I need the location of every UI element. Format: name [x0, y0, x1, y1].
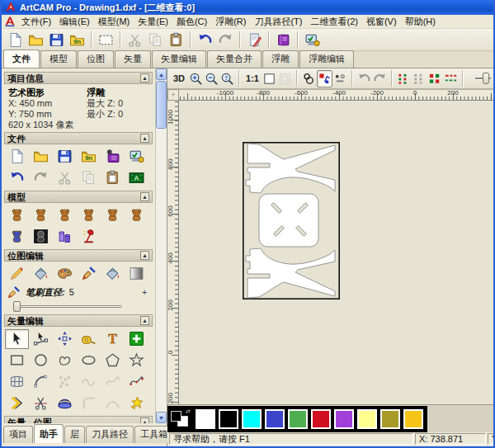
new-model[interactable]	[5, 30, 26, 50]
new-model[interactable]	[5, 147, 29, 167]
lighting[interactable]	[77, 227, 101, 247]
view-3d[interactable]: 3D	[170, 70, 188, 87]
node-editing[interactable]	[29, 329, 53, 349]
preview-relief[interactable]	[332, 70, 348, 87]
section-header-bitmap-edit[interactable]: 位图编辑 ▲	[4, 249, 153, 262]
collapse-icon[interactable]: ▲	[140, 251, 149, 260]
color-swatch-5[interactable]	[311, 409, 331, 429]
tab-浮雕编辑[interactable]: 浮雕编辑	[299, 50, 354, 68]
reference-help[interactable]	[273, 30, 294, 50]
section-header-file[interactable]: 文件 ▲	[4, 132, 153, 144]
select-vectors[interactable]	[5, 329, 29, 349]
slider-thumb[interactable]	[483, 73, 489, 84]
swap-relief-layers[interactable]	[53, 227, 77, 247]
color-swatch-1[interactable]	[219, 409, 238, 429]
brush-diameter-slider[interactable]	[10, 300, 147, 312]
tab-矢量合并[interactable]: 矢量合并	[207, 50, 262, 68]
paste[interactable]	[166, 30, 186, 50]
rotate-model[interactable]	[77, 205, 101, 225]
create-star[interactable]	[125, 351, 148, 370]
options[interactable]	[125, 147, 148, 167]
save-model[interactable]	[46, 30, 67, 50]
leg-profile-top[interactable]	[246, 144, 335, 193]
artcam-wizard[interactable]	[101, 147, 125, 167]
paste[interactable]	[101, 168, 125, 188]
tab-矢量编辑[interactable]: 矢量编辑	[152, 50, 206, 68]
primary-color[interactable]	[171, 411, 182, 422]
tab-模型[interactable]: 模型	[40, 50, 77, 68]
menu-item-0[interactable]: 文件(F)	[17, 15, 55, 29]
wrap-model[interactable]	[125, 205, 148, 225]
drawing-canvas[interactable]	[179, 101, 493, 404]
node-snap-d[interactable]	[443, 70, 459, 87]
color-swatch-9[interactable]	[403, 409, 423, 429]
open-model[interactable]	[26, 30, 46, 50]
menu-item-3[interactable]: 矢量(E)	[134, 15, 172, 29]
leg-profile-bottom[interactable]	[246, 248, 335, 298]
table-top-panel[interactable]	[259, 194, 318, 247]
draw-pencil[interactable]	[5, 264, 29, 284]
create-freehand[interactable]	[53, 351, 77, 370]
node-snap-c[interactable]	[427, 70, 443, 87]
document-icon[interactable]	[4, 16, 16, 27]
menu-item-4[interactable]: 颜色(C)	[172, 15, 211, 29]
tab-文件[interactable]: 文件	[3, 50, 40, 68]
section-header-vector-bitmap[interactable]: 矢量 - 位图 ▲	[4, 416, 153, 423]
offset-model[interactable]	[5, 227, 29, 247]
tab-浮雕[interactable]: 浮雕	[262, 50, 299, 68]
node-snap-a[interactable]	[396, 70, 412, 87]
zoom-out[interactable]	[204, 70, 219, 87]
collapse-icon[interactable]: ▲	[140, 417, 149, 423]
zoom-objects[interactable]	[219, 70, 235, 87]
menu-item-1[interactable]: 编辑(E)	[55, 15, 94, 29]
color-swatch-8[interactable]	[380, 409, 400, 429]
toggle-vectors[interactable]	[317, 70, 332, 87]
set-model-origin[interactable]	[29, 205, 53, 225]
open-model[interactable]	[29, 147, 53, 167]
tab-位图[interactable]: 位图	[78, 50, 114, 68]
greyscale-model[interactable]	[29, 227, 53, 247]
create-polygon[interactable]	[101, 351, 125, 370]
slider-thumb[interactable]	[13, 301, 21, 312]
tab-助手[interactable]: 助手	[34, 424, 64, 443]
mirror-model[interactable]	[53, 205, 77, 225]
scroll-down-icon[interactable]: ▼	[156, 412, 167, 423]
section-header-vector-edit[interactable]: 矢量编辑 ▲	[4, 314, 153, 327]
section-header-project-info[interactable]: 项目信息 ▲	[4, 72, 153, 84]
colour-palette[interactable]	[53, 264, 77, 284]
collapse-icon[interactable]: ▲	[140, 192, 149, 201]
menu-item-8[interactable]: 视窗(V)	[362, 15, 401, 29]
toggle-frame[interactable]	[262, 70, 277, 87]
scrollbar-thumb[interactable]	[156, 81, 167, 129]
create-text-abc[interactable]	[125, 168, 148, 188]
color-swatch-7[interactable]	[357, 409, 377, 429]
import-relief[interactable]	[77, 147, 101, 167]
create-circle[interactable]	[29, 351, 53, 370]
import-relief[interactable]	[67, 30, 87, 50]
assistant-scrollbar[interactable]: ▲ ▼	[155, 68, 167, 423]
create-polyline[interactable]	[125, 372, 148, 392]
edit-notes[interactable]	[244, 30, 265, 50]
set-model-size[interactable]	[5, 205, 29, 225]
toggle-bitmap[interactable]	[301, 70, 317, 87]
primary-secondary-colors[interactable]: ⇄	[170, 408, 191, 430]
create-ellipse[interactable]	[77, 351, 101, 370]
tab-项目[interactable]: 项目	[3, 426, 33, 443]
create-rectangle[interactable]	[5, 351, 29, 370]
tab-刀具路径[interactable]: 刀具路径	[86, 426, 134, 443]
scale-1-1[interactable]: 1:1	[243, 70, 262, 87]
set-model-size[interactable]	[96, 30, 116, 50]
paint-brush[interactable]	[77, 264, 101, 284]
measure-tool[interactable]	[77, 329, 101, 349]
menu-item-6[interactable]: 刀具路径(T)	[250, 15, 306, 29]
color-swatch-4[interactable]	[288, 409, 308, 429]
vector-doctor[interactable]	[125, 394, 148, 413]
transform-vectors[interactable]	[53, 329, 77, 349]
trim-vectors[interactable]	[29, 394, 53, 413]
title-bar[interactable]: ArtCAM Pro - Drawing1.dxf - [二维查看:0]	[2, 0, 493, 15]
tab-层[interactable]: 层	[64, 426, 85, 443]
scroll-up-icon[interactable]: ▲	[156, 68, 167, 80]
menu-item-2[interactable]: 模型(M)	[94, 15, 134, 29]
options[interactable]	[302, 30, 323, 50]
color-swatch-2[interactable]	[242, 409, 262, 429]
